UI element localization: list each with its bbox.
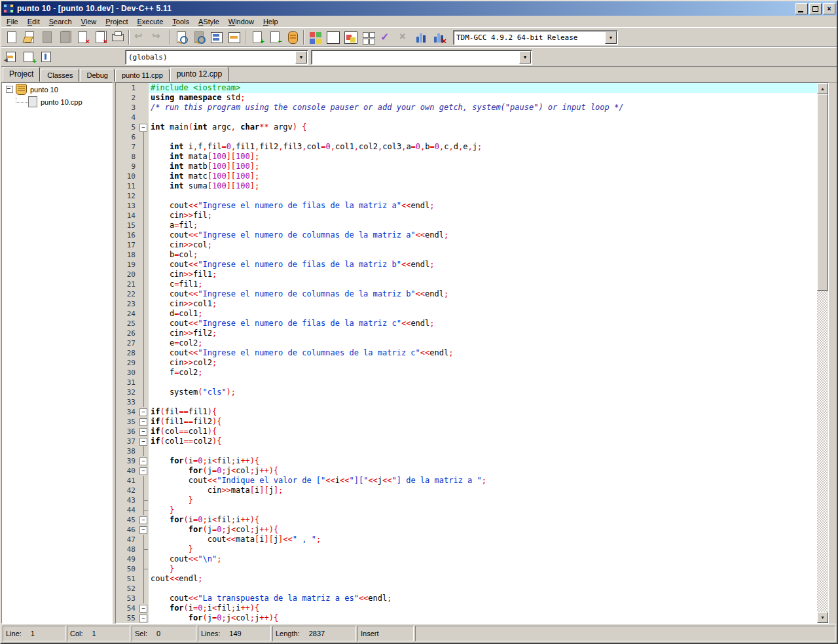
pause-member-icon[interactable] bbox=[39, 49, 55, 65]
members-select[interactable]: ▼ bbox=[311, 50, 532, 65]
print-icon[interactable] bbox=[109, 29, 126, 45]
find-in-files-icon[interactable] bbox=[191, 29, 207, 45]
scrollbar-thumb[interactable] bbox=[817, 94, 828, 291]
line-number: 8 bbox=[116, 152, 139, 162]
compiler-select[interactable]: TDM-GCC 4.9.2 64-bit Release ▼ bbox=[453, 30, 618, 45]
fold-marker-icon[interactable]: − bbox=[139, 525, 149, 535]
code-text: for(j=0;j<col;j++){ bbox=[149, 613, 817, 623]
class-browser-toolbar: ◂+ (globals) ▼ ▼ bbox=[1, 47, 837, 67]
run-icon[interactable] bbox=[325, 29, 341, 45]
save-all-icon[interactable] bbox=[56, 29, 73, 45]
fold-gutter bbox=[139, 584, 149, 594]
code-text: a=fil; bbox=[149, 221, 817, 230]
fold-gutter bbox=[139, 211, 149, 221]
code-line: 41 cout<<"Indique el valor de ["<<i<<"][… bbox=[116, 476, 817, 486]
abort-icon[interactable]: × bbox=[395, 29, 412, 45]
code-line: 4 bbox=[116, 113, 817, 122]
new-file-icon[interactable] bbox=[3, 29, 20, 45]
menu-project[interactable]: Project bbox=[101, 17, 132, 26]
compile-icon[interactable] bbox=[307, 29, 323, 45]
globals-select[interactable]: (globals) ▼ bbox=[125, 50, 308, 65]
fold-marker-icon[interactable]: − bbox=[139, 417, 149, 427]
rebuild-all-icon[interactable] bbox=[360, 29, 376, 45]
fold-marker-icon[interactable]: − bbox=[139, 466, 149, 476]
fold-marker-icon[interactable]: − bbox=[139, 603, 149, 613]
minimize-button[interactable] bbox=[795, 3, 808, 14]
code-text: for(i=0;i<fil;i++){ bbox=[149, 456, 817, 466]
chevron-down-icon[interactable]: ▼ bbox=[519, 51, 531, 63]
editor-tab-punto-12[interactable]: punto 12.cpp bbox=[170, 67, 228, 82]
tab-classes[interactable]: Classes bbox=[41, 69, 79, 82]
menu-file[interactable]: File bbox=[2, 17, 23, 26]
scroll-down-icon[interactable]: ▼ bbox=[817, 612, 828, 623]
code-text: f=col2; bbox=[149, 368, 817, 378]
fold-gutter bbox=[139, 554, 149, 564]
menu-window[interactable]: Window bbox=[224, 17, 259, 26]
menu-execute[interactable]: Execute bbox=[133, 17, 168, 26]
code-line: 23 cin>>col1; bbox=[116, 299, 817, 309]
fold-marker-icon[interactable]: − bbox=[139, 427, 149, 437]
menu-help[interactable]: Help bbox=[259, 17, 283, 26]
restore-button[interactable] bbox=[809, 3, 822, 14]
code-line: 31 bbox=[116, 378, 817, 387]
goto-line-icon[interactable] bbox=[208, 29, 225, 45]
menu-search[interactable]: Search bbox=[45, 17, 77, 26]
fold-gutter bbox=[139, 446, 149, 456]
chevron-down-icon[interactable]: ▼ bbox=[295, 51, 307, 63]
fold-marker-icon[interactable]: − bbox=[139, 456, 149, 466]
fold-gutter bbox=[139, 397, 149, 407]
profile-icon[interactable] bbox=[413, 29, 429, 45]
code-line: 11 int suma[100][100]; bbox=[116, 181, 817, 191]
syntax-check-icon[interactable]: ✓ bbox=[378, 29, 394, 45]
code-line: 18 b=col; bbox=[116, 250, 817, 260]
fold-marker-icon[interactable]: − bbox=[139, 515, 149, 525]
line-number: 53 bbox=[116, 594, 139, 603]
fold-marker-icon[interactable]: − bbox=[139, 437, 149, 446]
open-file-icon[interactable] bbox=[21, 29, 37, 45]
code-text: for(j=0;j<col;j++){ bbox=[149, 525, 817, 535]
undo-icon[interactable]: ↩ bbox=[132, 29, 149, 45]
line-number: 7 bbox=[116, 142, 139, 152]
project-properties-icon[interactable] bbox=[284, 29, 301, 45]
line-number: 17 bbox=[116, 240, 139, 250]
editor-tab-punto-11[interactable]: punto 11.cpp bbox=[115, 69, 170, 82]
compile-and-run-icon[interactable] bbox=[342, 29, 359, 45]
menu-view[interactable]: View bbox=[77, 17, 101, 26]
find-icon[interactable] bbox=[173, 29, 189, 45]
close-all-icon[interactable]: × bbox=[92, 29, 108, 45]
menu-edit[interactable]: Edit bbox=[23, 17, 45, 26]
scroll-up-icon[interactable]: ▲ bbox=[817, 83, 828, 94]
tree-expander-icon[interactable] bbox=[6, 86, 13, 93]
code-text: int matc[100][100]; bbox=[149, 171, 817, 181]
tab-project[interactable]: Project bbox=[3, 67, 40, 82]
save-icon[interactable] bbox=[39, 29, 55, 45]
code-text: int mata[100][100]; bbox=[149, 152, 817, 162]
close-file-icon[interactable]: × bbox=[74, 29, 90, 45]
menu-tools[interactable]: Tools bbox=[168, 17, 194, 26]
code-line: 8 int mata[100][100]; bbox=[116, 152, 817, 162]
add-to-project-icon[interactable]: + bbox=[249, 29, 265, 45]
back-member-icon[interactable]: ◂ bbox=[3, 49, 20, 65]
tree-item-file[interactable]: punto 10.cpp bbox=[2, 96, 112, 108]
fold-marker-icon[interactable]: − bbox=[139, 407, 149, 417]
code-text bbox=[149, 132, 817, 142]
line-number: 18 bbox=[116, 250, 139, 260]
code-line: 12 bbox=[116, 191, 817, 201]
redo-icon[interactable]: ↪ bbox=[150, 29, 166, 45]
menu-astyle[interactable]: AStyle bbox=[194, 17, 224, 26]
insert-icon[interactable] bbox=[226, 29, 242, 45]
fold-gutter bbox=[139, 83, 149, 93]
fold-marker-icon[interactable]: − bbox=[139, 122, 149, 132]
chevron-down-icon[interactable]: ▼ bbox=[605, 31, 617, 44]
vertical-scrollbar[interactable]: ▲ ▼ bbox=[817, 83, 828, 623]
close-button[interactable]: × bbox=[823, 3, 835, 14]
delete-profiling-icon[interactable]: × bbox=[431, 29, 447, 45]
new-member-icon[interactable]: + bbox=[21, 49, 37, 65]
tab-debug[interactable]: Debug bbox=[80, 69, 114, 82]
editor-code-area[interactable]: 1#include <iostream>2using namespace std… bbox=[116, 83, 817, 623]
remove-from-project-icon[interactable]: − bbox=[266, 29, 283, 45]
tree-item-project[interactable]: punto 10 bbox=[2, 83, 112, 96]
fold-gutter bbox=[139, 545, 149, 554]
app-icon bbox=[3, 3, 14, 14]
fold-marker-icon[interactable]: − bbox=[139, 613, 149, 623]
